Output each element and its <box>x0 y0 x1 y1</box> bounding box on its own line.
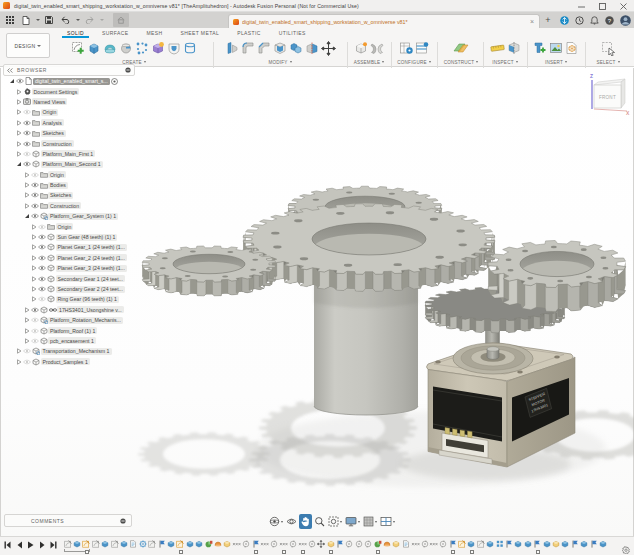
timeline-feature-doc[interactable] <box>129 538 138 549</box>
browser-row[interactable]: Ring Gear (96 teeth) (1) 1 <box>3 294 135 304</box>
browser-item-label[interactable]: Bodies <box>48 182 68 189</box>
timeline-feature-gear[interactable] <box>138 538 147 549</box>
timeline-feature-appearance[interactable] <box>204 538 213 549</box>
browser-row[interactable]: Planet Gear_1 (24 teeth) (1... <box>3 242 135 252</box>
timeline-feature-flag[interactable] <box>533 538 542 549</box>
visibility-eye-icon[interactable] <box>30 338 39 344</box>
minimize-button[interactable] <box>571 0 592 12</box>
timeline-feature-flag[interactable] <box>157 538 166 549</box>
browser-item-label[interactable]: Transportation_Mechanism 1 <box>41 348 112 355</box>
timeline-feature-xxx[interactable] <box>410 538 419 549</box>
save-button[interactable] <box>41 13 57 27</box>
model-canvas[interactable]: STEPPERMOTOR17HS3401 Z FRONT X BROWSER d… <box>0 68 634 536</box>
profile-icon[interactable] <box>620 15 631 26</box>
browser-item-label[interactable]: 17HS3401_Usongshine v... <box>57 306 124 313</box>
timeline-feature-joint[interactable] <box>241 538 250 549</box>
expand-icon[interactable] <box>16 141 23 147</box>
ribbon-group-label[interactable]: MODIFY <box>268 58 291 66</box>
visibility-eye-icon[interactable] <box>30 328 39 334</box>
visibility-eye-icon[interactable] <box>38 255 47 261</box>
comments-options-icon[interactable] <box>120 518 126 524</box>
redo-dropdown-icon[interactable] <box>98 13 105 27</box>
ribbon-group-label[interactable]: CONSTRUCT <box>444 58 479 66</box>
visibility-eye-icon[interactable] <box>30 182 39 188</box>
expand-icon[interactable] <box>23 192 30 198</box>
ribbon-tab-mesh[interactable]: MESH <box>137 28 171 38</box>
browser-row[interactable]: Secondary Gear 2 (24 teet... <box>3 284 135 294</box>
undo-dropdown-icon[interactable] <box>74 13 81 27</box>
timeline-feature-extrude[interactable] <box>72 538 81 549</box>
browser-row[interactable]: Sketches <box>3 128 135 138</box>
timeline-feature-joint[interactable] <box>420 538 429 549</box>
look-at-tool[interactable] <box>285 514 298 529</box>
browser-row[interactable]: Platform_Roof (1) 1 <box>3 325 135 335</box>
timeline-feature-sketchg[interactable] <box>110 538 119 549</box>
revolve-tool-icon[interactable] <box>119 41 133 55</box>
timeline-feature-joint[interactable] <box>307 538 316 549</box>
visibility-eye-icon[interactable] <box>30 307 39 313</box>
pattern-tool-icon[interactable] <box>135 41 149 55</box>
expand-icon[interactable] <box>23 307 30 313</box>
extensions-icon[interactable] <box>560 16 569 25</box>
browser-row[interactable]: Planet Gear_2 (24 teeth) (1... <box>3 253 135 263</box>
timeline-feature-flag[interactable] <box>251 538 260 549</box>
ribbon-group-label[interactable]: INSPECT <box>492 58 517 66</box>
timeline-feature-extrude[interactable] <box>523 538 532 549</box>
collapse-panel-icon[interactable] <box>7 68 13 73</box>
timeline-feature-appearance[interactable] <box>373 538 382 549</box>
browser-item-label[interactable]: Construction <box>41 140 74 147</box>
browser-item-label[interactable]: Planet Gear_1 (24 teeth) (1... <box>56 244 127 251</box>
canvas-tool-icon[interactable] <box>549 41 563 55</box>
browser-item-label[interactable]: Secondary Gear 2 (24 teet... <box>56 286 125 293</box>
primitive-tool-icon[interactable] <box>151 41 165 55</box>
expand-icon[interactable] <box>16 99 23 105</box>
expand-icon[interactable] <box>31 286 38 292</box>
visibility-eye-icon[interactable] <box>38 286 47 292</box>
browser-row[interactable]: pcb_encasement 1 <box>3 336 135 346</box>
browser-item-label[interactable]: Sun Gear (48 teeth) (1) 1 <box>56 234 118 241</box>
timeline-feature-joint[interactable] <box>364 538 373 549</box>
step-forward-button[interactable] <box>39 541 46 549</box>
browser-item-label[interactable]: Document Settings <box>32 88 80 95</box>
timeline-feature-extrude[interactable] <box>166 538 175 549</box>
timeline-feature-flag[interactable] <box>504 538 513 549</box>
browser-row[interactable]: Platform_Main_Second 1 <box>3 159 135 169</box>
browser-row[interactable]: Secondary Gear 1 (24 teet... <box>3 273 135 283</box>
combine-tool-icon[interactable] <box>289 41 303 55</box>
browser-item-label[interactable]: pcb_encasement 1 <box>48 337 96 344</box>
timeline-group-marker[interactable] <box>536 550 540 554</box>
timeline-feature-xxx[interactable] <box>429 538 438 549</box>
browser-row[interactable]: Named Views <box>3 97 135 107</box>
visibility-eye-icon[interactable] <box>23 151 32 157</box>
timeline-feature-extrude[interactable] <box>194 538 203 549</box>
document-tab-close-icon[interactable]: × <box>529 18 535 25</box>
browser-item-label[interactable]: Construction <box>48 202 81 209</box>
visibility-eye-icon[interactable] <box>30 317 39 323</box>
play-button[interactable] <box>27 541 34 549</box>
timeline-group-marker[interactable] <box>470 550 474 554</box>
timeline-feature-move[interactable] <box>317 538 326 549</box>
timeline-feature-extrude[interactable] <box>514 538 523 549</box>
timeline-feature-flag[interactable] <box>589 538 598 549</box>
browser-row[interactable]: 17HS3401_Usongshine v... <box>3 305 135 315</box>
timeline-feature-joint[interactable] <box>439 538 448 549</box>
browser-row[interactable]: Sketches <box>3 190 135 200</box>
collapse-icon[interactable] <box>8 78 15 84</box>
visibility-eye-icon[interactable] <box>38 296 47 302</box>
visibility-eye-icon[interactable] <box>38 224 47 230</box>
browser-item-label[interactable]: Product_Samples 1 <box>41 358 90 365</box>
browser-row[interactable]: Document Settings <box>3 86 135 96</box>
timeline-feature-sketcha[interactable] <box>82 538 91 549</box>
collapse-icon[interactable] <box>16 161 23 167</box>
timeline-feature-joint[interactable] <box>345 538 354 549</box>
visibility-eye-icon[interactable] <box>38 244 47 250</box>
timeline-group-marker[interactable] <box>329 550 333 554</box>
browser-item-label[interactable]: Platform_Main_First 1 <box>41 150 96 157</box>
help-icon[interactable]: ? <box>605 16 614 25</box>
visibility-eye-icon[interactable] <box>23 161 32 167</box>
expand-icon[interactable] <box>23 338 30 344</box>
move-tool-icon[interactable] <box>321 41 336 56</box>
timeline-feature-extrude[interactable] <box>119 538 128 549</box>
expand-icon[interactable] <box>16 359 23 365</box>
timeline-feature-sketchg[interactable] <box>476 538 485 549</box>
